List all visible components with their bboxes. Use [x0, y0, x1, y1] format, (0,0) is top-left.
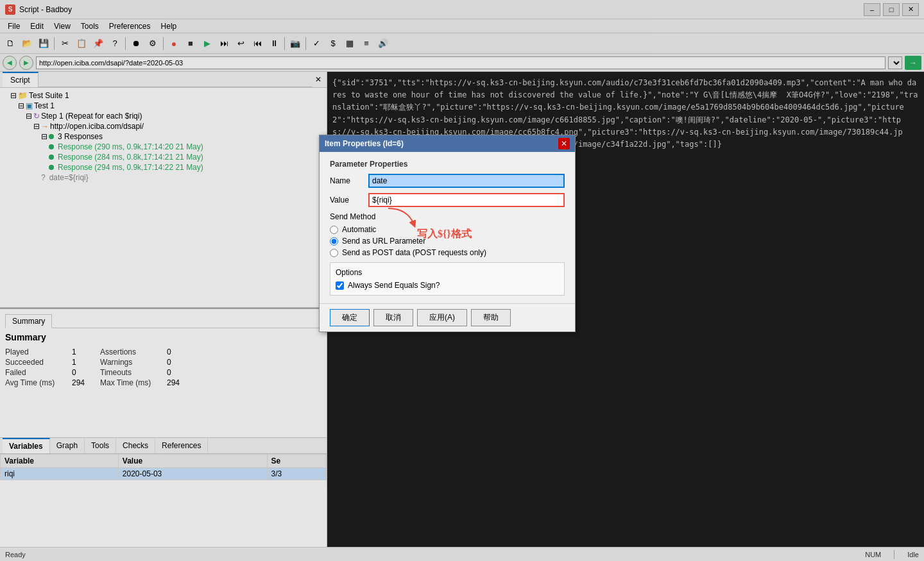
apply-button[interactable]: 应用(A): [417, 309, 467, 326]
radio-automatic[interactable]: [330, 226, 338, 234]
radio-post-label: Send as POST data (POST requests only): [342, 248, 486, 257]
modal-close-button[interactable]: ✕: [558, 138, 570, 149]
options-label: Options: [336, 268, 559, 277]
modal-title-bar: Item Properties (Id=6) ✕: [320, 135, 575, 152]
value-field-row: Value: [330, 193, 565, 207]
send-method-label: Send Method: [330, 212, 565, 221]
radio-url-param-label: Send as URL Parameter: [342, 237, 425, 246]
name-label: Name: [330, 176, 368, 185]
always-send-equals-label: Always Send Equals Sign?: [348, 281, 440, 290]
name-field-row: Name: [330, 174, 565, 188]
radio-post[interactable]: [330, 249, 338, 257]
item-properties-modal: Item Properties (Id=6) ✕ Parameter Prope…: [319, 135, 576, 332]
radio-automatic-row: Automatic: [330, 225, 565, 234]
radio-url-param-row: Send as URL Parameter: [330, 237, 565, 246]
radio-url-param[interactable]: [330, 237, 338, 246]
always-send-equals-row: Always Send Equals Sign?: [336, 281, 559, 290]
modal-body: Parameter Properties Name Value Send Met…: [320, 152, 575, 303]
help-button[interactable]: 帮助: [471, 309, 511, 326]
modal-title: Item Properties (Id=6): [325, 139, 404, 148]
modal-footer: 确定 取消 应用(A) 帮助: [320, 303, 575, 331]
radio-automatic-label: Automatic: [342, 225, 376, 234]
options-section: Options Always Send Equals Sign?: [330, 262, 565, 296]
confirm-button[interactable]: 确定: [330, 309, 370, 326]
value-input[interactable]: [368, 193, 565, 207]
modal-overlay: Item Properties (Id=6) ✕ Parameter Prope…: [0, 0, 924, 561]
value-label: Value: [330, 196, 368, 205]
always-send-equals-checkbox[interactable]: [336, 281, 344, 290]
parameter-section-title: Parameter Properties: [330, 160, 565, 169]
name-input[interactable]: [368, 174, 565, 188]
radio-post-row: Send as POST data (POST requests only): [330, 248, 565, 257]
cancel-button[interactable]: 取消: [373, 309, 413, 326]
